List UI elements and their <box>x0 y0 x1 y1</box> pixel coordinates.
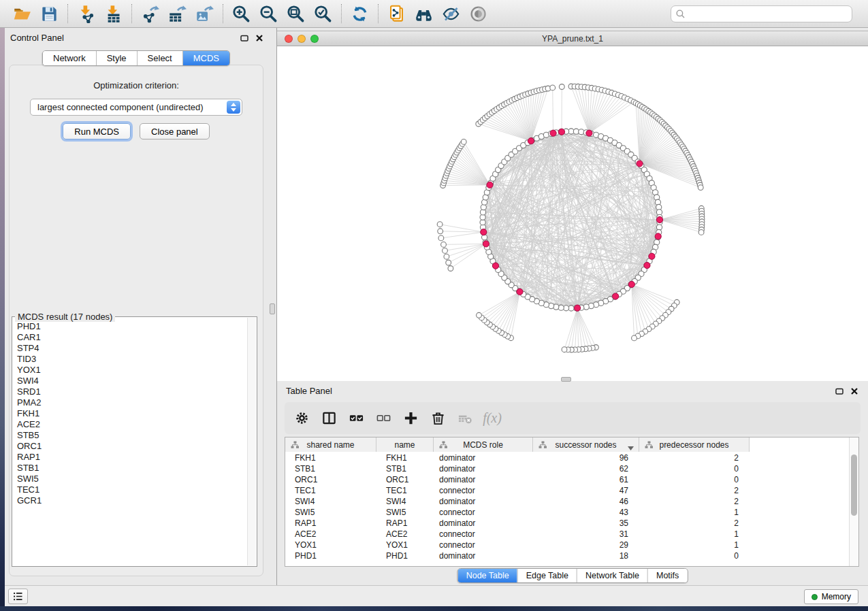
delete-column-button[interactable] <box>429 410 447 427</box>
vertical-splitter-handle[interactable] <box>270 303 275 314</box>
table-cell: 0 <box>639 550 750 561</box>
table-row[interactable]: RAP1RAP1dominator352 <box>285 518 849 529</box>
mcds-tab-content: Optimization criterion: largest connecte… <box>9 65 263 576</box>
mcds-result-item[interactable]: PHD1 <box>17 321 246 332</box>
automation-panel-button[interactable] <box>8 589 28 604</box>
table-cell: 18 <box>533 550 639 561</box>
close-panel-button[interactable] <box>255 33 263 42</box>
close-icon <box>255 34 263 42</box>
search-network-button[interactable] <box>413 3 435 25</box>
mcds-result-item[interactable]: ORC1 <box>17 441 246 452</box>
import-table-button[interactable] <box>102 3 125 25</box>
tab-edge-table[interactable]: Edge Table <box>517 569 577 582</box>
float-panel-button[interactable] <box>240 33 248 42</box>
deselect-all-rows-button[interactable] <box>374 410 392 427</box>
table-cell: 29 <box>533 540 639 550</box>
open-file-button[interactable] <box>11 3 33 25</box>
control-panel-tabs: NetworkStyleSelectMCDS <box>42 50 230 66</box>
refresh-button[interactable] <box>349 3 371 25</box>
mcds-result-item[interactable]: SWI5 <box>17 474 246 484</box>
mcds-result-item[interactable]: SRD1 <box>17 386 246 397</box>
close-table-panel-button[interactable] <box>850 386 858 395</box>
table-settings-button[interactable] <box>293 410 310 427</box>
column-header-predecessor-nodes[interactable]: predecessor nodes <box>639 437 750 452</box>
tab-network[interactable]: Network <box>43 51 96 65</box>
criterion-select[interactable]: largest connected component (undirected) <box>30 99 242 116</box>
mcds-result-item[interactable]: GCR1 <box>17 495 246 506</box>
table-row[interactable]: ORC1ORC1dominator610 <box>285 474 849 485</box>
column-header-name[interactable]: name <box>376 437 434 452</box>
zoom-out-button[interactable] <box>257 3 280 25</box>
mcds-result-item[interactable]: SWI4 <box>17 376 246 386</box>
table-row[interactable]: SWI4SWI4dominator462 <box>285 496 849 507</box>
tab-node-table[interactable]: Node Table <box>458 569 517 582</box>
export-image-button[interactable] <box>193 3 216 25</box>
column-header-successor-nodes[interactable]: successor nodes <box>533 437 639 452</box>
mcds-result-item[interactable]: STB1 <box>17 463 246 474</box>
mcds-result-item[interactable]: RAP1 <box>17 452 246 463</box>
import-network-button[interactable] <box>75 3 97 25</box>
table-scrollbar[interactable] <box>849 437 858 566</box>
add-column-button[interactable] <box>402 410 419 427</box>
table-row[interactable]: STB1STB1dominator620 <box>285 463 849 474</box>
mcds-result-item[interactable]: TEC1 <box>17 484 246 495</box>
hide-selected-button[interactable] <box>440 3 462 25</box>
memory-button[interactable]: Memory <box>804 589 858 604</box>
share-document-button[interactable] <box>385 3 408 25</box>
mcds-result-item[interactable]: STP4 <box>17 343 246 354</box>
tab-motifs[interactable]: Motifs <box>647 569 687 582</box>
tab-style[interactable]: Style <box>96 51 137 65</box>
export-table-button[interactable] <box>166 3 189 25</box>
tab-network-table[interactable]: Network Table <box>577 569 647 582</box>
tab-mcds[interactable]: MCDS <box>182 51 229 65</box>
table-row[interactable]: PHD1PHD1dominator180 <box>285 550 849 561</box>
mcds-list-scrollbar[interactable] <box>247 318 256 565</box>
zoom-in-button[interactable] <box>230 3 253 25</box>
table-cell: dominator <box>434 518 533 529</box>
column-header-mcds-role[interactable]: MCDS role <box>434 437 533 452</box>
column-header-shared-name[interactable]: shared name <box>285 437 376 452</box>
mcds-result-item[interactable]: FKH1 <box>17 408 246 419</box>
table-cell: 1 <box>639 540 750 550</box>
mcds-result-item[interactable]: ACE2 <box>17 419 246 430</box>
zoom-selected-button[interactable] <box>312 3 334 25</box>
show-graphics-button[interactable] <box>467 3 489 25</box>
table-row[interactable]: SWI5SWI5connector431 <box>285 507 849 518</box>
function-builder-button: f(x) <box>483 410 501 427</box>
search-input[interactable] <box>688 7 849 21</box>
zoom-out-icon <box>259 5 278 23</box>
table-row[interactable]: YOX1YOX1connector291 <box>285 540 849 550</box>
horizontal-splitter-handle[interactable] <box>561 377 571 382</box>
memory-label: Memory <box>822 592 851 601</box>
column-visibility-button[interactable] <box>320 410 338 427</box>
table-cell: YOX1 <box>285 540 376 550</box>
zoom-fit-button[interactable] <box>285 3 307 25</box>
network-graph[interactable] <box>277 46 868 381</box>
table-row[interactable]: TEC1TEC1connector472 <box>285 485 849 496</box>
show-graphics-icon <box>469 5 487 23</box>
float-table-panel-button[interactable] <box>835 386 843 395</box>
table-cell: TEC1 <box>285 485 376 496</box>
mcds-result-item[interactable]: YOX1 <box>17 365 246 376</box>
share-document-icon <box>387 5 406 23</box>
table-row[interactable]: FKH1FKH1dominator962 <box>285 452 849 463</box>
table-scrollbar-thumb[interactable] <box>851 455 857 516</box>
mcds-result-item[interactable]: TID3 <box>17 354 246 365</box>
export-network-button[interactable] <box>139 3 161 25</box>
save-session-button[interactable] <box>38 3 61 25</box>
tab-select[interactable]: Select <box>137 51 182 65</box>
run-mcds-button[interactable]: Run MCDS <box>63 123 131 139</box>
close-panel-action-button[interactable]: Close panel <box>140 123 210 139</box>
network-canvas[interactable] <box>277 46 868 381</box>
table-hierarchy-icon <box>645 441 654 451</box>
mcds-result-item[interactable]: CAR1 <box>17 332 246 343</box>
mcds-result-item[interactable]: PMA2 <box>17 397 246 408</box>
column-label: successor nodes <box>555 440 616 450</box>
vertical-splitter[interactable] <box>268 28 277 585</box>
table-row[interactable]: ACE2ACE2connector311 <box>285 529 849 540</box>
mcds-result-item[interactable]: STB5 <box>17 430 246 441</box>
network-window-titlebar[interactable]: YPA_prune.txt_1 <box>277 31 868 46</box>
zoom-in-icon <box>232 5 251 23</box>
table-cell: 2 <box>639 518 750 529</box>
select-all-rows-button[interactable] <box>347 410 365 427</box>
